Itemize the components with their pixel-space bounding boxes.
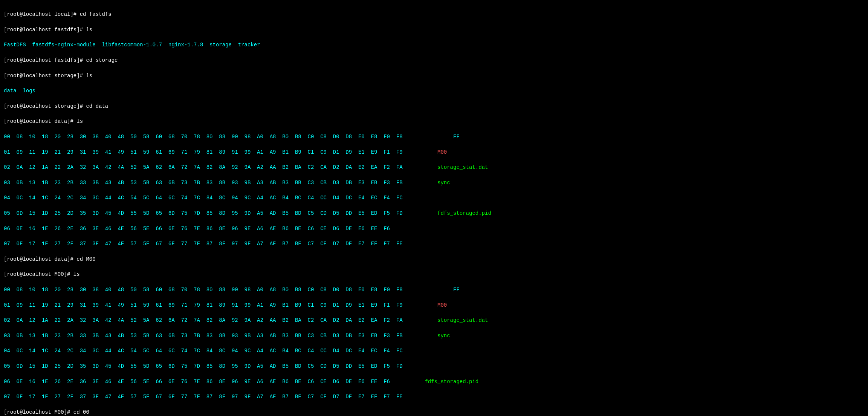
line-9: 00 08 10 18 20 28 30 38 40 48 50 58 60 6… bbox=[4, 133, 864, 141]
line-12: 03 0B 13 1B 23 2B 33 3B 43 4B 53 5B 63 6… bbox=[4, 179, 864, 187]
line-4: [root@localhost fastdfs]# cd storage bbox=[4, 57, 864, 64]
line-18: [root@localhost M00]# ls bbox=[4, 271, 864, 278]
line-21: 02 0A 12 1A 22 2A 32 3A 42 4A 52 5A 62 6… bbox=[4, 317, 864, 324]
line-16: 07 0F 17 1F 27 2F 37 3F 47 4F 57 5F 67 6… bbox=[4, 240, 864, 248]
line-22: 03 0B 13 1B 23 2B 33 3B 43 4B 53 5B 63 6… bbox=[4, 332, 864, 340]
line-1: [root@localhost local]# cd fastdfs bbox=[4, 11, 864, 18]
line-27: [root@localhost M00]# cd 00 bbox=[4, 408, 864, 416]
line-13: 04 0C 14 1C 24 2C 34 3C 44 4C 54 5C 64 6… bbox=[4, 194, 864, 202]
line-20: 01 09 11 19 21 29 31 39 41 49 51 59 61 6… bbox=[4, 301, 864, 309]
line-3: FastDFS fastdfs-nginx-module libfastcomm… bbox=[4, 41, 864, 49]
line-14: 05 0D 15 1D 25 2D 35 3D 45 4D 55 5D 65 6… bbox=[4, 210, 864, 217]
terminal-window: [root@localhost local]# cd fastdfs [root… bbox=[0, 0, 868, 416]
line-8: [root@localhost data]# ls bbox=[4, 118, 864, 125]
line-11: 02 0A 12 1A 22 2A 32 3A 42 4A 52 5A 62 6… bbox=[4, 164, 864, 171]
line-19: 00 08 10 18 20 28 30 38 40 48 50 58 60 6… bbox=[4, 286, 864, 294]
line-26: 07 0F 17 1F 27 2F 37 3F 47 4F 57 5F 67 6… bbox=[4, 393, 864, 401]
line-6: data logs bbox=[4, 87, 864, 95]
line-23: 04 0C 14 1C 24 2C 34 3C 44 4C 54 5C 64 6… bbox=[4, 347, 864, 355]
line-24: 05 0D 15 1D 25 2D 35 3D 45 4D 55 5D 65 6… bbox=[4, 362, 864, 370]
line-15: 06 0E 16 1E 26 2E 36 3E 46 4E 56 5E 66 6… bbox=[4, 225, 864, 232]
line-5: [root@localhost storage]# ls bbox=[4, 72, 864, 80]
line-10: 01 09 11 19 21 29 31 39 41 49 51 59 61 6… bbox=[4, 148, 864, 156]
line-2: [root@localhost fastdfs]# ls bbox=[4, 26, 864, 34]
line-17: [root@localhost data]# cd M00 bbox=[4, 255, 864, 263]
line-7: [root@localhost storage]# cd data bbox=[4, 102, 864, 110]
line-25: 06 0E 16 1E 26 2E 36 3E 46 4E 56 5E 66 6… bbox=[4, 378, 864, 385]
